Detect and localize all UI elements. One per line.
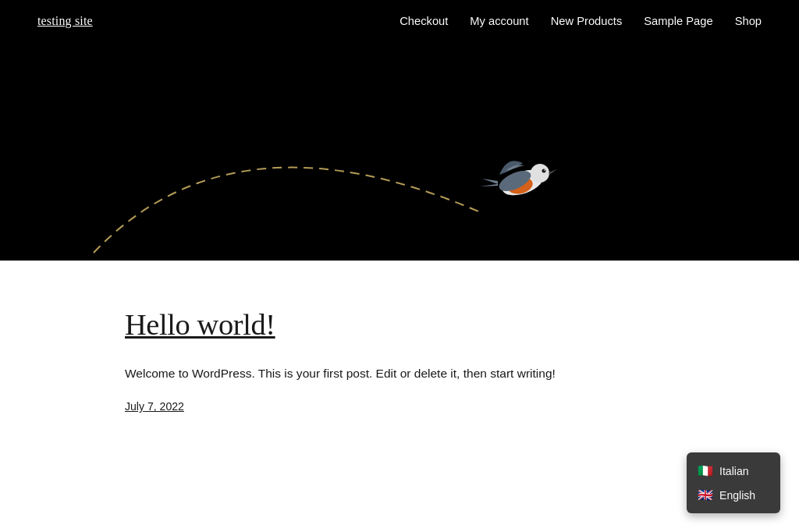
- lang-item-italian[interactable]: 🇮🇹 Italian: [687, 459, 780, 476]
- italian-label: Italian: [719, 465, 749, 477]
- blog-post: Hello world! Welcome to WordPress. This …: [125, 307, 674, 413]
- site-title-link[interactable]: testing site: [37, 14, 93, 27]
- site-header: testing site Checkout My account New Pro…: [0, 0, 799, 42]
- post-excerpt: Welcome to WordPress. This is your first…: [125, 364, 674, 384]
- svg-point-4: [542, 169, 546, 173]
- post-date-link[interactable]: July 7, 2022: [125, 400, 184, 413]
- nav-item-checkout[interactable]: Checkout: [400, 15, 448, 27]
- hero-banner: [0, 42, 799, 261]
- nav-item-shop[interactable]: Shop: [735, 15, 762, 27]
- nav-item-my-account[interactable]: My account: [470, 15, 528, 27]
- main-nav: Checkout My account New Products Sample …: [400, 15, 762, 27]
- post-title: Hello world!: [125, 307, 674, 342]
- svg-point-5: [544, 169, 545, 171]
- main-content: Hello world! Welcome to WordPress. This …: [87, 261, 712, 476]
- italian-flag-icon: 🇮🇹: [698, 463, 713, 476]
- language-switcher: 🇮🇹 Italian 🇬🇧 English: [687, 452, 780, 476]
- post-date: July 7, 2022: [125, 399, 674, 413]
- site-title: testing site: [37, 14, 93, 28]
- svg-point-1: [531, 164, 549, 183]
- nav-item-sample-page[interactable]: Sample Page: [644, 15, 712, 27]
- nav-item-new-products[interactable]: New Products: [551, 15, 623, 27]
